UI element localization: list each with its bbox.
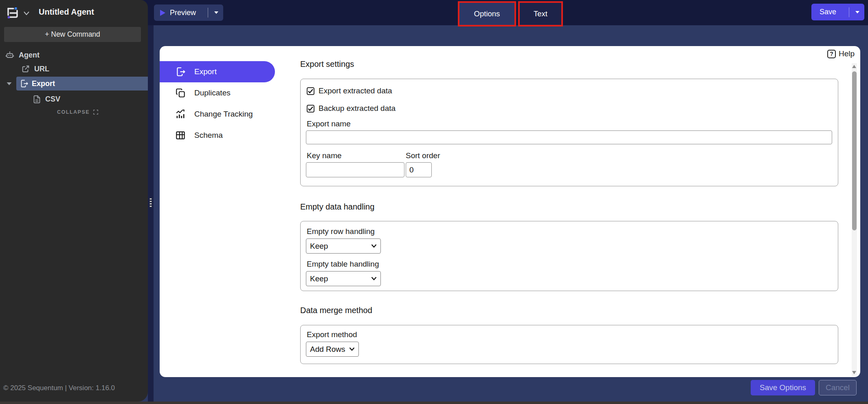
panel-nav-label: Change Tracking	[194, 110, 253, 119]
empty-data-group: Empty row handling Keep Empty table hand…	[300, 221, 838, 291]
help-label: Help	[839, 49, 855, 58]
panel-nav-label: Export	[194, 67, 217, 76]
collapse-brackets-icon	[93, 109, 99, 115]
section-title-data-merge: Data merge method	[300, 306, 372, 315]
tree-item-export[interactable]: Export	[0, 77, 148, 91]
export-settings-group: Export extracted data Backup extracted d…	[300, 79, 838, 186]
save-options-button[interactable]: Save Options	[751, 380, 815, 395]
sequentum-logo-icon[interactable]	[5, 5, 20, 20]
chevron-down-icon	[855, 11, 860, 14]
backup-extracted-checkbox-row[interactable]: Backup extracted data	[307, 104, 396, 113]
chart-tracking-icon	[175, 109, 186, 119]
export-name-label: Export name	[307, 119, 351, 128]
sort-order-input[interactable]	[406, 162, 432, 177]
cancel-label: Cancel	[826, 383, 850, 392]
collapse-label: COLLAPSE	[57, 109, 90, 115]
empty-table-select[interactable]: Keep	[306, 271, 381, 286]
vertical-scrollbar[interactable]	[852, 63, 857, 376]
empty-table-label: Empty table handling	[307, 260, 379, 269]
export-method-select[interactable]: Add Rows	[306, 342, 359, 357]
collapse-tree-button[interactable]: COLLAPSE	[57, 108, 99, 117]
key-name-label: Key name	[307, 151, 342, 160]
tree-item-agent[interactable]: Agent	[5, 49, 40, 61]
tab-text-label: Text	[534, 9, 547, 18]
sidebar-resizer	[148, 25, 154, 402]
selected-option: Keep	[310, 274, 328, 283]
file-export-icon	[175, 66, 186, 77]
tree-item-label: Export	[32, 79, 55, 88]
drag-handle[interactable]	[149, 198, 152, 207]
new-command-button[interactable]: + New Command	[4, 27, 141, 42]
expander-caret-down-icon[interactable]	[7, 82, 12, 86]
play-icon	[160, 9, 166, 16]
sidebar-header: Untitled Agent	[0, 0, 148, 25]
tab-text[interactable]: Text	[518, 1, 563, 26]
save-button-label: Save	[820, 8, 836, 16]
external-link-icon	[21, 64, 30, 73]
tab-options[interactable]: Options	[458, 1, 516, 26]
file-export-icon	[20, 79, 29, 88]
checkbox-checked-icon[interactable]	[307, 105, 314, 113]
tree-item-csv[interactable]: CSV	[33, 93, 60, 105]
empty-row-label: Empty row handling	[307, 227, 375, 236]
key-name-input[interactable]	[306, 162, 404, 177]
scrollbar-thumb[interactable]	[852, 71, 857, 230]
divider	[208, 8, 208, 18]
robot-icon	[5, 50, 15, 60]
checkbox-checked-icon[interactable]	[307, 87, 314, 95]
tree-item-label: URL	[34, 65, 49, 73]
export-method-label: Export method	[307, 330, 357, 339]
export-name-input[interactable]	[306, 130, 832, 144]
save-options-label: Save Options	[760, 383, 806, 392]
tree-item-label: Agent	[19, 51, 40, 60]
agent-menu-toggle[interactable]	[24, 11, 29, 15]
save-button[interactable]: Save	[811, 4, 864, 20]
tab-options-label: Options	[474, 9, 500, 18]
panel-nav-label: Schema	[194, 131, 223, 140]
new-command-label: + New Command	[45, 30, 100, 39]
file-csv-icon	[33, 95, 41, 104]
chevron-down-icon	[371, 277, 377, 280]
scroll-up-arrow-icon[interactable]	[852, 65, 856, 68]
selected-option: Add Rows	[310, 345, 345, 354]
question-mark-icon: ?	[827, 50, 836, 58]
chevron-down-icon	[214, 11, 219, 14]
chevron-down-icon	[371, 244, 377, 248]
panel-nav-schema[interactable]: Schema	[160, 125, 275, 146]
preview-dropdown-toggle[interactable]	[213, 11, 223, 14]
options-panel: ? Help Export Duplicates	[160, 46, 860, 377]
scroll-down-arrow-icon[interactable]	[852, 371, 856, 374]
empty-row-select[interactable]: Keep	[306, 238, 381, 254]
section-title-empty-data: Empty data handling	[300, 202, 374, 212]
panel-nav-duplicates[interactable]: Duplicates	[160, 82, 275, 104]
save-dropdown-toggle[interactable]	[854, 11, 864, 14]
help-link[interactable]: ? Help	[827, 49, 855, 58]
checkbox-label: Export extracted data	[319, 86, 392, 95]
sidebar: Untitled Agent + New Command Agent	[0, 0, 148, 402]
tree-item-url[interactable]: URL	[21, 63, 49, 75]
sort-order-label: Sort order	[406, 151, 440, 160]
panel-nav-export[interactable]: Export	[160, 61, 275, 82]
cancel-button[interactable]: Cancel	[819, 380, 857, 395]
table-schema-icon	[175, 130, 186, 141]
panel-nav-label: Duplicates	[194, 88, 231, 97]
app-window: Preview Options Text Save	[0, 0, 868, 404]
chevron-down-icon	[349, 347, 355, 351]
version-text: © 2025 Sequentum | Version: 1.16.0	[3, 384, 115, 392]
preview-button[interactable]: Preview	[154, 4, 223, 21]
data-merge-group: Export method Add Rows	[300, 325, 838, 364]
preview-button-label: Preview	[170, 9, 196, 17]
window-bottom-edge	[0, 402, 868, 404]
section-title-export-settings: Export settings	[300, 60, 354, 69]
panel-nav-change-tracking[interactable]: Change Tracking	[160, 104, 275, 125]
duplicates-copy-icon	[175, 88, 186, 98]
checkbox-label: Backup extracted data	[319, 104, 396, 113]
divider	[849, 7, 849, 17]
agent-title: Untitled Agent	[39, 7, 94, 17]
export-extracted-checkbox-row[interactable]: Export extracted data	[307, 86, 392, 95]
selected-option: Keep	[310, 242, 328, 251]
tree-item-label: CSV	[45, 95, 60, 104]
